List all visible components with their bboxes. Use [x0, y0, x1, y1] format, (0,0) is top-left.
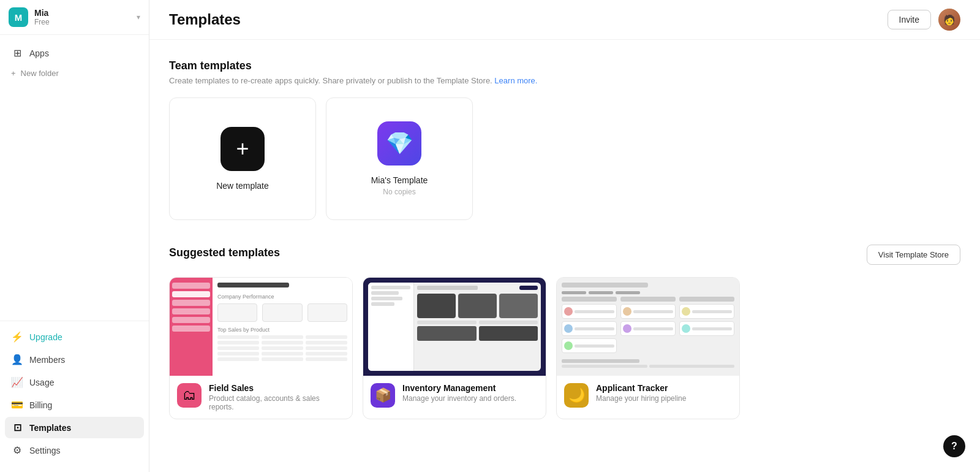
field-sales-title: Field Sales [209, 383, 345, 393]
sidebar-user-info: Mia Free [34, 8, 130, 26]
sidebar-item-billing[interactable]: 💳 Billing [5, 394, 144, 416]
sidebar-nav: ⊞ Apps + New folder [0, 35, 149, 321]
mia-template-icon: 💎 [377, 121, 421, 166]
sidebar-user-name: Mia [34, 8, 130, 18]
sidebar-user-avatar: M [9, 7, 28, 27]
inventory-icon: 📦 [371, 383, 395, 408]
sidebar-user-plan: Free [34, 18, 130, 26]
sidebar-item-apps-label: Apps [29, 48, 49, 58]
sidebar-item-billing-label: Billing [29, 400, 52, 410]
sidebar-item-templates-label: Templates [29, 423, 71, 433]
invite-button[interactable]: Invite [888, 10, 931, 29]
sidebar-item-upgrade[interactable]: ⚡ Upgrade [5, 326, 144, 348]
sidebar-item-settings[interactable]: ⚙ Settings [5, 440, 144, 461]
plus-icon: + [11, 69, 16, 78]
applicant-desc: Manage your hiring pipeline [596, 394, 686, 403]
sidebar-bottom: ⚡ Upgrade 👤 Members 📈 Usage 💳 Billing ⊡ … [0, 321, 149, 472]
sidebar-item-members-label: Members [29, 355, 65, 365]
sidebar-item-usage[interactable]: 📈 Usage [5, 371, 144, 393]
suggested-header: Suggested templates Visit Template Store [169, 245, 960, 265]
sidebar-item-upgrade-label: Upgrade [29, 332, 62, 342]
suggested-card-applicant[interactable]: 🌙 Applicant Tracker Manage your hiring p… [556, 277, 740, 419]
mia-template-sub: No copies [383, 188, 415, 196]
new-folder-label: New folder [21, 69, 59, 78]
sidebar: M Mia Free ▾ ⊞ Apps + New folder ⚡ Upgra… [0, 0, 149, 472]
field-sales-icon: 🗂 [177, 383, 202, 408]
settings-icon: ⚙ [11, 444, 23, 456]
help-label: ? [951, 441, 957, 452]
field-sales-sidebar-mock [170, 278, 213, 376]
suggested-templates-section: Suggested templates Visit Template Store [169, 245, 960, 419]
new-template-icon: + [221, 127, 265, 171]
sidebar-item-settings-label: Settings [29, 446, 61, 455]
suggested-card-inventory[interactable]: 📦 Inventory Management Manage your inven… [363, 277, 546, 419]
content-area: Team templates Create templates to re-cr… [149, 40, 980, 439]
user-menu[interactable]: M Mia Free ▾ [0, 0, 149, 35]
applicant-icon: 🌙 [564, 383, 589, 408]
members-icon: 👤 [11, 354, 23, 365]
chevron-down-icon: ▾ [137, 13, 140, 21]
field-sales-preview: Company Performance Top Sales by Product [170, 278, 352, 376]
new-template-label: New template [216, 181, 269, 191]
page-title: Templates [169, 11, 241, 28]
new-folder-item[interactable]: + New folder [5, 65, 144, 82]
inventory-info: 📦 Inventory Management Manage your inven… [363, 376, 546, 415]
learn-more-link[interactable]: Learn more. [494, 76, 537, 85]
field-sales-desc: Product catalog, accounts & sales report… [209, 394, 345, 411]
topbar-right: Invite 🧑 [888, 9, 960, 31]
templates-grid: + New template 💎 Mia's Template No copie… [169, 97, 960, 220]
inventory-desc: Manage your inventory and orders. [402, 394, 516, 403]
applicant-info: 🌙 Applicant Tracker Manage your hiring p… [557, 376, 739, 415]
inventory-title: Inventory Management [402, 383, 516, 393]
user-avatar[interactable]: 🧑 [938, 9, 960, 31]
upgrade-icon: ⚡ [11, 331, 23, 343]
team-templates-title: Team templates [169, 59, 960, 72]
mia-template-card[interactable]: 💎 Mia's Template No copies [326, 97, 473, 220]
sidebar-item-members[interactable]: 👤 Members [5, 349, 144, 370]
billing-icon: 💳 [11, 399, 23, 411]
mia-template-label: Mia's Template [371, 175, 428, 185]
new-template-card[interactable]: + New template [169, 97, 316, 220]
field-sales-info: 🗂 Field Sales Product catalog, accounts … [170, 376, 352, 419]
applicant-title: Applicant Tracker [596, 383, 686, 393]
usage-icon: 📈 [11, 376, 23, 388]
sidebar-item-templates[interactable]: ⊡ Templates [5, 417, 144, 438]
sidebar-item-usage-label: Usage [29, 378, 54, 387]
help-button[interactable]: ? [943, 435, 965, 457]
inventory-preview [363, 278, 546, 376]
applicant-preview [557, 278, 739, 376]
visit-template-store-button[interactable]: Visit Template Store [867, 245, 960, 265]
user-avatar-img: 🧑 [938, 9, 960, 31]
topbar: Templates Invite 🧑 [149, 0, 980, 40]
suggested-templates-title: Suggested templates [169, 246, 280, 259]
field-sales-main-mock: Company Performance Top Sales by Product [213, 278, 352, 376]
templates-icon: ⊡ [11, 422, 23, 433]
team-templates-section: Team templates Create templates to re-cr… [169, 59, 960, 220]
apps-icon: ⊞ [11, 47, 23, 59]
suggested-card-field-sales[interactable]: Company Performance Top Sales by Product [169, 277, 353, 419]
sidebar-item-apps[interactable]: ⊞ Apps [5, 42, 144, 64]
team-templates-desc: Create templates to re-create apps quick… [169, 76, 960, 85]
main-content: Templates Invite 🧑 Team templates Create… [149, 0, 980, 472]
suggested-grid: Company Performance Top Sales by Product [169, 277, 960, 419]
